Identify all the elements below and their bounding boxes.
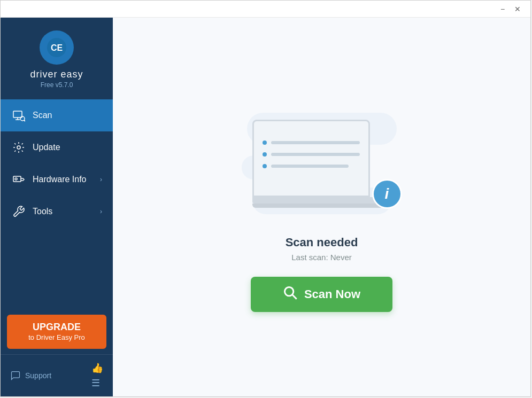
scan-now-label: Scan Now	[304, 287, 360, 301]
upgrade-line2: to Driver Easy Pro	[12, 333, 101, 342]
svg-line-11	[292, 295, 297, 299]
sidebar-tools-label: Tools	[33, 207, 100, 216]
support-link[interactable]: Support	[10, 370, 51, 381]
app-version: Free v5.7.0	[41, 81, 73, 89]
laptop-foot	[252, 204, 391, 208]
sidebar-item-hardware[interactable]: Hardware Info ›	[1, 163, 113, 196]
minimize-button[interactable]: −	[495, 2, 510, 17]
laptop-screen	[252, 120, 370, 197]
sidebar-item-scan[interactable]: Scan	[1, 99, 113, 131]
upgrade-line1: UPGRADE	[12, 321, 101, 333]
tools-arrow-icon: ›	[100, 208, 102, 215]
svg-text:CE: CE	[51, 43, 63, 52]
sidebar-hardware-label: Hardware Info	[33, 175, 100, 184]
svg-line-6	[24, 120, 25, 121]
dot-2	[263, 152, 267, 157]
app-window: − ✕ CE driver easy Free v5.7.0	[0, 0, 531, 397]
logo-icon: CE	[40, 30, 74, 65]
title-bar: − ✕	[1, 1, 530, 18]
scan-icon	[11, 108, 26, 123]
scan-illustration: i	[236, 102, 407, 225]
thumbs-up-icon[interactable]: 👍	[91, 362, 103, 374]
hardware-arrow-icon: ›	[100, 176, 102, 183]
bar-3	[271, 165, 349, 168]
laptop-line-1	[263, 141, 360, 145]
main-layout: CE driver easy Free v5.7.0	[1, 18, 530, 396]
bar-2	[271, 153, 360, 156]
dot-1	[263, 141, 267, 145]
laptop-base	[252, 197, 381, 204]
laptop-graphic	[252, 120, 391, 208]
footer-icons: 👍 ☰	[91, 362, 103, 389]
svg-rect-2	[13, 111, 22, 118]
support-label: Support	[25, 371, 51, 380]
scan-button-icon	[283, 285, 298, 303]
close-button[interactable]: ✕	[510, 2, 525, 17]
tools-icon	[11, 204, 26, 219]
logo-svg: CE	[46, 37, 67, 58]
sidebar-update-label: Update	[33, 143, 102, 152]
info-bubble: i	[372, 179, 402, 209]
svg-point-7	[17, 146, 20, 149]
support-icon	[10, 370, 21, 381]
sidebar-footer: Support 👍 ☰	[1, 354, 113, 396]
menu-icon[interactable]: ☰	[91, 377, 103, 389]
laptop-lines	[263, 141, 360, 176]
nav-items: Scan Update	[1, 99, 113, 309]
info-icon: i	[385, 185, 389, 202]
upgrade-button[interactable]: UPGRADE to Driver Easy Pro	[7, 315, 106, 349]
search-icon	[283, 285, 298, 300]
dot-3	[263, 164, 267, 168]
bar-1	[271, 141, 360, 144]
scan-subtitle: Last scan: Never	[291, 253, 352, 262]
laptop-line-3	[263, 164, 360, 168]
laptop-line-2	[263, 152, 360, 157]
main-content: i Scan needed Last scan: Never Scan Now	[113, 18, 530, 396]
svg-point-9	[15, 178, 17, 180]
sidebar-scan-label: Scan	[33, 111, 102, 120]
svg-point-5	[20, 116, 25, 121]
scan-title: Scan needed	[286, 236, 358, 249]
svg-point-10	[284, 287, 293, 296]
sidebar-item-update[interactable]: Update	[1, 131, 113, 163]
sidebar-item-tools[interactable]: Tools ›	[1, 196, 113, 228]
scan-now-button[interactable]: Scan Now	[251, 277, 392, 312]
sidebar: CE driver easy Free v5.7.0	[1, 18, 113, 396]
hardware-icon	[11, 172, 26, 187]
sidebar-logo: CE driver easy Free v5.7.0	[1, 18, 113, 99]
update-icon	[11, 140, 26, 155]
app-name: driver easy	[30, 69, 83, 80]
